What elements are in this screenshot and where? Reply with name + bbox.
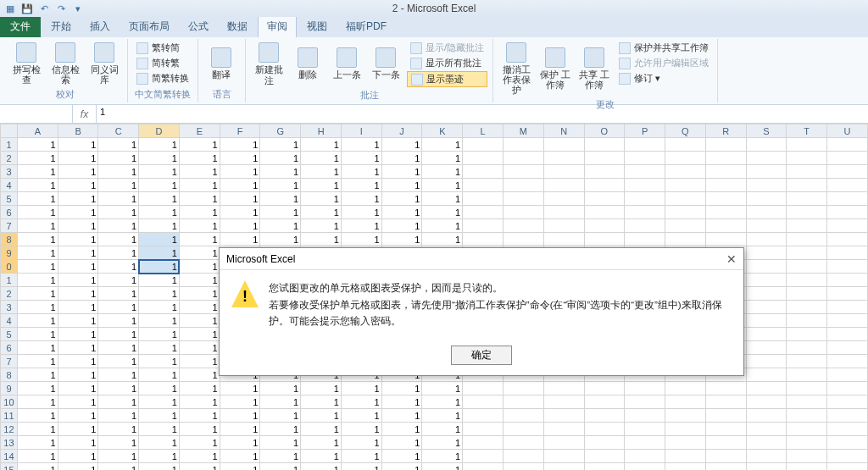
cell[interactable]: 1 (179, 219, 220, 233)
row-header[interactable]: 10 (1, 395, 18, 409)
cell[interactable]: 1 (139, 341, 180, 355)
cell[interactable]: 1 (17, 382, 58, 395)
cell[interactable]: 1 (260, 179, 301, 192)
cell[interactable] (827, 179, 868, 192)
cell[interactable] (787, 368, 827, 382)
cell[interactable] (543, 138, 584, 152)
cell[interactable] (746, 395, 787, 409)
cell[interactable] (746, 219, 787, 233)
cell[interactable]: 1 (179, 368, 220, 382)
cell[interactable] (625, 179, 665, 192)
cell[interactable]: 1 (17, 287, 58, 301)
cell[interactable] (463, 463, 504, 471)
cell[interactable] (787, 246, 827, 260)
new-comment-button[interactable]: 新建批注 (251, 41, 287, 87)
cell[interactable] (746, 138, 787, 152)
cell[interactable]: 1 (17, 463, 58, 471)
tab-数据[interactable]: 数据 (219, 16, 256, 37)
row-header[interactable]: 8 (1, 368, 18, 382)
cell[interactable]: 1 (139, 301, 180, 314)
cell[interactable]: 1 (98, 450, 139, 463)
cell[interactable]: 1 (220, 152, 260, 165)
cell[interactable] (543, 165, 584, 179)
cell[interactable] (827, 409, 868, 423)
cell[interactable]: 1 (341, 395, 381, 409)
cell[interactable]: 1 (220, 463, 260, 471)
cell[interactable] (746, 423, 787, 436)
cell[interactable]: 1 (179, 192, 220, 206)
cell[interactable]: 1 (381, 192, 422, 206)
tab-开始[interactable]: 开始 (42, 16, 80, 37)
cell[interactable] (746, 301, 787, 314)
cell[interactable]: 1 (381, 423, 422, 436)
cell[interactable]: 1 (179, 355, 220, 368)
cell[interactable]: 1 (17, 233, 58, 246)
cell[interactable]: 1 (179, 395, 220, 409)
cell[interactable] (746, 233, 787, 246)
qat-dropdown-icon[interactable]: ▾ (71, 2, 85, 15)
file-tab[interactable]: 文件 (0, 16, 41, 37)
cell[interactable]: 1 (422, 165, 463, 179)
cell[interactable]: 1 (260, 138, 301, 152)
cell[interactable]: 1 (58, 233, 98, 246)
cell[interactable] (746, 260, 787, 274)
cell[interactable]: 1 (179, 233, 220, 246)
cell[interactable] (787, 409, 827, 423)
cell[interactable]: 1 (58, 450, 98, 463)
cell[interactable] (705, 233, 746, 246)
cell[interactable]: 1 (17, 206, 58, 219)
cell[interactable]: 1 (58, 382, 98, 395)
cell[interactable] (625, 206, 665, 219)
cell[interactable]: 1 (139, 192, 180, 206)
cell[interactable] (787, 165, 827, 179)
cell[interactable] (584, 233, 625, 246)
save-icon[interactable]: 💾 (20, 2, 34, 15)
cell[interactable]: 1 (260, 409, 301, 423)
cell[interactable]: 1 (98, 328, 139, 341)
cell[interactable]: 1 (381, 219, 422, 233)
cell[interactable] (787, 152, 827, 165)
cell[interactable] (746, 314, 787, 328)
cell[interactable] (543, 463, 584, 471)
cell[interactable]: 1 (220, 138, 260, 152)
cell[interactable]: 1 (17, 314, 58, 328)
protect-workbook-button[interactable]: 保护 工作簿 (537, 41, 573, 97)
show-ink-button[interactable]: 显示墨迹 (407, 71, 487, 87)
cell[interactable]: 1 (179, 409, 220, 423)
cell[interactable]: 1 (260, 219, 301, 233)
row-header[interactable]: 15 (1, 463, 18, 471)
cell[interactable] (584, 219, 625, 233)
cell[interactable]: 1 (58, 328, 98, 341)
col-header-D[interactable]: D (139, 124, 180, 138)
row-header[interactable]: 3 (1, 165, 18, 179)
cell[interactable]: 1 (98, 382, 139, 395)
cell[interactable]: 1 (17, 274, 58, 287)
cell[interactable] (827, 192, 868, 206)
cell[interactable] (705, 165, 746, 179)
cell[interactable]: 1 (139, 436, 180, 450)
row-header[interactable]: 14 (1, 450, 18, 463)
cell[interactable]: 1 (220, 206, 260, 219)
cell[interactable] (787, 301, 827, 314)
cell[interactable]: 1 (220, 219, 260, 233)
cell[interactable]: 1 (179, 382, 220, 395)
cell[interactable] (625, 436, 665, 450)
cell[interactable]: 1 (98, 301, 139, 314)
cell[interactable] (746, 450, 787, 463)
cell[interactable]: 1 (179, 152, 220, 165)
cell[interactable]: 1 (17, 219, 58, 233)
cell[interactable] (787, 395, 827, 409)
cell[interactable]: 1 (139, 233, 180, 246)
cell[interactable]: 1 (58, 355, 98, 368)
cell[interactable] (503, 138, 543, 152)
cell[interactable]: 1 (422, 138, 463, 152)
cell[interactable]: 1 (422, 233, 463, 246)
cell[interactable] (746, 382, 787, 395)
row-header[interactable]: 3 (1, 301, 18, 314)
cell[interactable]: 1 (58, 463, 98, 471)
cell[interactable] (543, 179, 584, 192)
cell[interactable] (625, 409, 665, 423)
cell[interactable]: 1 (17, 395, 58, 409)
cell[interactable]: 1 (179, 314, 220, 328)
cell[interactable] (827, 152, 868, 165)
